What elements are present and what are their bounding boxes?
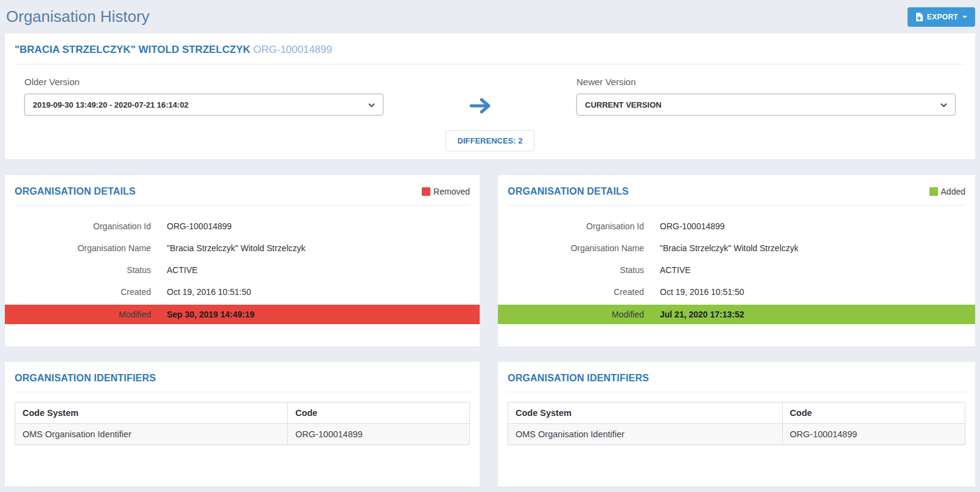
chevron-down-icon bbox=[940, 100, 947, 109]
field-value: "Bracia Strzelczyk" Witold Strzelczyk bbox=[167, 243, 306, 253]
removed-legend: Removed bbox=[422, 187, 470, 196]
field-row: Created Oct 19, 2016 10:51:50 bbox=[498, 281, 975, 303]
panel-title: ORGANISATION IDENTIFIERS bbox=[15, 373, 156, 384]
field-value: ORG-100014899 bbox=[167, 221, 232, 231]
field-label: Modified bbox=[498, 310, 644, 319]
older-version-column: Older Version 2019-09-30 13:49:20 - 2020… bbox=[24, 77, 383, 116]
field-label: Created bbox=[498, 287, 644, 297]
table-header-row: Code System Code bbox=[508, 403, 965, 424]
modified-row-removed: Modified Sep 30, 2019 14:49:19 bbox=[5, 305, 480, 324]
field-value: ACTIVE bbox=[660, 265, 691, 275]
field-value: ACTIVE bbox=[167, 265, 198, 275]
field-value: Jul 21, 2020 17:13:52 bbox=[660, 310, 744, 319]
panel-title: ORGANISATION DETAILS bbox=[15, 186, 136, 197]
field-label: Organisation Id bbox=[5, 221, 151, 231]
column-header-code-system: Code System bbox=[508, 403, 783, 424]
field-value: Sep 30, 2019 14:49:19 bbox=[167, 310, 254, 319]
field-row: Organisation Name "Bracia Strzelczyk" Wi… bbox=[498, 237, 975, 259]
cell-code-system: OMS Organisation Identifier bbox=[508, 424, 783, 445]
organisation-heading: "BRACIA STRZELCZYK" WITOLD STRZELCZYK OR… bbox=[15, 33, 965, 64]
field-row: Organisation Name "Bracia Strzelczyk" Wi… bbox=[5, 237, 480, 259]
modified-row-added: Modified Jul 21, 2020 17:13:52 bbox=[498, 305, 975, 324]
organisation-identifiers-panel-right: ORGANISATION IDENTIFIERS Code System Cod… bbox=[498, 362, 975, 487]
older-version-label: Older Version bbox=[24, 77, 383, 87]
field-row: Organisation Id ORG-100014899 bbox=[5, 215, 480, 237]
panel-title: ORGANISATION IDENTIFIERS bbox=[508, 373, 649, 384]
field-label: Created bbox=[5, 287, 151, 297]
version-selectors-row: Older Version 2019-09-30 13:49:20 - 2020… bbox=[5, 64, 975, 117]
field-row: Status ACTIVE bbox=[5, 259, 480, 281]
field-row: Created Oct 19, 2016 10:51:50 bbox=[5, 281, 480, 303]
column-header-code: Code bbox=[782, 403, 965, 424]
page-title: Organisation History bbox=[5, 7, 150, 26]
chevron-down-icon bbox=[368, 100, 375, 109]
field-value: Oct 19, 2016 10:51:50 bbox=[660, 287, 744, 297]
newer-version-column: Newer Version CURRENT VERSION bbox=[576, 77, 956, 116]
version-comparison-card: "BRACIA STRZELCZYK" WITOLD STRZELCZYK OR… bbox=[5, 33, 975, 159]
newer-version-label: Newer Version bbox=[576, 77, 956, 87]
newer-version-select[interactable]: CURRENT VERSION bbox=[576, 94, 956, 116]
export-file-icon bbox=[915, 13, 923, 21]
field-label: Status bbox=[5, 265, 151, 275]
older-version-select[interactable]: 2019-09-30 13:49:20 - 2020-07-21 16:14:0… bbox=[24, 94, 383, 116]
field-label: Organisation Name bbox=[5, 243, 151, 253]
table-row: OMS Organisation Identifier ORG-10001489… bbox=[508, 424, 965, 445]
top-bar: Organisation History EXPORT bbox=[0, 0, 980, 33]
newer-version-selected-value: CURRENT VERSION bbox=[585, 100, 662, 109]
export-button-label: EXPORT bbox=[927, 13, 958, 21]
export-button[interactable]: EXPORT bbox=[908, 7, 975, 27]
field-value: ORG-100014899 bbox=[660, 221, 725, 231]
column-header-code: Code bbox=[288, 403, 470, 424]
cell-code-system: OMS Organisation Identifier bbox=[15, 424, 288, 445]
field-label: Status bbox=[498, 265, 644, 275]
removed-legend-label: Removed bbox=[433, 187, 470, 196]
cell-code: ORG-100014899 bbox=[288, 424, 470, 445]
table-header-row: Code System Code bbox=[15, 403, 470, 424]
field-label: Organisation Name bbox=[498, 243, 644, 253]
added-legend: Added bbox=[929, 187, 965, 196]
organisation-name-heading: "BRACIA STRZELCZYK" WITOLD STRZELCZYK bbox=[15, 44, 250, 55]
added-legend-swatch bbox=[929, 187, 938, 196]
organisation-details-panel-added: ORGANISATION DETAILS Added Organisation … bbox=[498, 175, 975, 347]
field-row: Organisation Id ORG-100014899 bbox=[498, 215, 975, 237]
older-version-selected-value: 2019-09-30 13:49:20 - 2020-07-21 16:14:0… bbox=[33, 100, 189, 109]
differences-row: DIFFERENCES: 2 bbox=[5, 130, 975, 151]
organisation-details-panel-removed: ORGANISATION DETAILS Removed Organisatio… bbox=[5, 175, 480, 347]
organisation-id-heading: ORG-100014899 bbox=[253, 44, 332, 55]
panel-title: ORGANISATION DETAILS bbox=[508, 186, 629, 197]
identifiers-table: Code System Code OMS Organisation Identi… bbox=[15, 402, 470, 445]
column-header-code-system: Code System bbox=[15, 403, 288, 424]
table-row: OMS Organisation Identifier ORG-10001489… bbox=[15, 424, 470, 445]
field-label: Modified bbox=[5, 310, 151, 319]
compare-arrow-container bbox=[383, 77, 576, 117]
differences-badge: DIFFERENCES: 2 bbox=[446, 130, 535, 151]
caret-down-icon bbox=[962, 16, 967, 18]
field-value: Oct 19, 2016 10:51:50 bbox=[167, 287, 251, 297]
added-legend-label: Added bbox=[941, 187, 965, 196]
cell-code: ORG-100014899 bbox=[782, 424, 965, 445]
field-row: Status ACTIVE bbox=[498, 259, 975, 281]
removed-legend-swatch bbox=[422, 187, 430, 196]
organisation-identifiers-panel-left: ORGANISATION IDENTIFIERS Code System Cod… bbox=[5, 362, 480, 487]
arrow-right-icon bbox=[469, 97, 492, 117]
identifiers-table: Code System Code OMS Organisation Identi… bbox=[508, 402, 965, 445]
field-value: "Bracia Strzelczyk" Witold Strzelczyk bbox=[660, 243, 799, 253]
field-label: Organisation Id bbox=[498, 221, 644, 231]
